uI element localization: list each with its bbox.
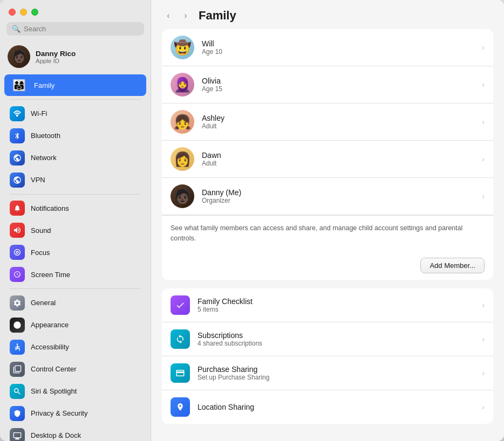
sidebar-item-label-network: Network [31,154,57,162]
member-role-dawn: Adult [202,160,474,167]
siri-icon [10,384,25,399]
sidebar-item-appearance[interactable]: Appearance [4,314,146,336]
sidebar-item-label-screentime: Screen Time [31,271,70,279]
feature-row-location[interactable]: Location Sharing › [162,390,493,424]
sidebar-item-controlcenter[interactable]: Control Center [4,359,146,380]
sidebar-item-label-focus: Focus [31,249,50,257]
add-member-row: Add Member... [162,251,493,280]
sidebar-item-sound[interactable]: Sound [4,219,146,241]
feature-row-purchase[interactable]: Purchase Sharing Set up Purchase Sharing… [162,356,493,390]
user-subtitle: Apple ID [36,58,76,64]
subscriptions-name: Subscriptions [197,331,474,340]
screentime-icon [10,267,25,282]
add-member-button[interactable]: Add Member... [420,258,485,273]
sidebar-item-label-controlcenter: Control Center [31,365,77,373]
sidebar-item-accessibility[interactable]: Accessibility [4,336,146,358]
chevron-right-subscriptions: › [482,335,485,343]
member-info-danny: Danny (Me) Organizer [202,188,474,204]
member-row-ashley[interactable]: 👧 Ashley Adult › [162,104,493,141]
divider-3 [10,288,141,289]
purchase-name: Purchase Sharing [197,365,474,374]
divider-2 [10,194,141,195]
member-name-will: Will [202,39,474,48]
feature-row-checklist[interactable]: Family Checklist 5 items › [162,288,493,322]
family-description: See what family members can access and s… [162,215,493,251]
members-card: 🤠 Will Age 10 › 🧕 Olivia Age 15 › [162,29,493,280]
sidebar-items-list: 👨‍👩‍👧 Family Wi-Fi B [0,74,151,441]
member-role-ashley: Adult [202,122,474,130]
purchase-info: Purchase Sharing Set up Purchase Sharing [197,365,474,381]
sidebar-item-label-vpn: VPN [31,176,45,184]
location-name: Location Sharing [197,403,474,411]
sidebar-item-vpn[interactable]: VPN [4,169,146,191]
sidebar-item-family[interactable]: 👨‍👩‍👧 Family [4,74,146,96]
member-role-olivia: Age 15 [202,85,474,93]
notifications-icon [10,201,25,216]
sidebar-item-notifications[interactable]: Notifications [4,197,146,219]
accessibility-icon [10,340,25,355]
location-info: Location Sharing [197,403,474,411]
search-input[interactable] [24,25,139,33]
sidebar-item-label-bluetooth: Bluetooth [31,132,60,140]
chevron-right-olivia: › [482,80,485,89]
chevron-right-ashley: › [482,118,485,126]
sidebar-item-general[interactable]: General [4,292,146,314]
sidebar-item-privacy[interactable]: Privacy & Security [4,403,146,424]
minimize-button[interactable] [20,9,27,16]
forward-button[interactable]: › [179,9,192,22]
sidebar: 🔍 🧑🏿 Danny Rico Apple ID 👨‍👩‍👧 Family [0,0,151,441]
features-card: Family Checklist 5 items › Subscriptions… [162,288,493,424]
sidebar-item-label-wifi: Wi-Fi [31,109,47,118]
sidebar-item-siri[interactable]: Siri & Spotlight [4,381,146,402]
member-name-ashley: Ashley [202,114,474,122]
family-icon: 👨‍👩‍👧 [10,78,28,93]
user-profile[interactable]: 🧑🏿 Danny Rico Apple ID [0,41,151,72]
member-info-will: Will Age 10 [202,39,474,56]
subscriptions-icon [171,329,190,349]
subscriptions-sub: 4 shared subscriptions [197,340,474,347]
member-row-olivia[interactable]: 🧕 Olivia Age 15 › [162,66,493,104]
back-button[interactable]: ‹ [162,9,175,22]
maximize-button[interactable] [31,9,38,16]
sidebar-item-label-privacy: Privacy & Security [31,409,87,417]
sidebar-item-desktop[interactable]: Desktop & Dock [4,425,146,442]
checklist-icon [171,295,190,315]
member-row-danny[interactable]: 🧑🏿 Danny (Me) Organizer › [162,178,493,215]
wifi-icon [10,106,25,121]
member-row-dawn[interactable]: 👩 Dawn Adult › [162,141,493,178]
location-icon [171,397,190,417]
page-title: Family [199,9,236,23]
search-icon: 🔍 [12,25,21,33]
avatar: 🧑🏿 [8,45,30,68]
bluetooth-icon [10,128,25,143]
sidebar-item-label-family: Family [34,81,55,89]
close-button[interactable] [9,9,16,16]
member-info-dawn: Dawn Adult [202,151,474,167]
chevron-right-will: › [482,43,485,52]
feature-row-subscriptions[interactable]: Subscriptions 4 shared subscriptions › [162,322,493,356]
user-info: Danny Rico Apple ID [36,50,76,64]
chevron-right-location: › [482,403,485,411]
checklist-name: Family Checklist [197,297,474,306]
sidebar-item-label-siri: Siri & Spotlight [31,387,77,395]
chevron-right-checklist: › [482,301,485,309]
member-avatar-olivia: 🧕 [171,73,194,97]
vpn-icon [10,173,25,188]
sidebar-item-screentime[interactable]: Screen Time [4,264,146,285]
desktop-icon [10,428,25,442]
search-bar[interactable]: 🔍 [6,22,144,36]
user-name: Danny Rico [36,50,76,58]
member-name-danny: Danny (Me) [202,188,474,197]
controlcenter-icon [10,362,25,377]
member-row-will[interactable]: 🤠 Will Age 10 › [162,29,493,66]
member-avatar-will: 🤠 [171,36,194,59]
sound-icon [10,223,25,238]
member-avatar-dawn: 👩 [171,147,194,171]
sidebar-item-network[interactable]: Network [4,147,146,169]
sidebar-item-bluetooth[interactable]: Bluetooth [4,125,146,147]
chevron-right-purchase: › [482,369,485,377]
sidebar-item-focus[interactable]: Focus [4,242,146,263]
divider-1 [10,99,141,100]
sidebar-item-wifi[interactable]: Wi-Fi [4,103,146,125]
system-settings-window: 🔍 🧑🏿 Danny Rico Apple ID 👨‍👩‍👧 Family [0,0,504,441]
